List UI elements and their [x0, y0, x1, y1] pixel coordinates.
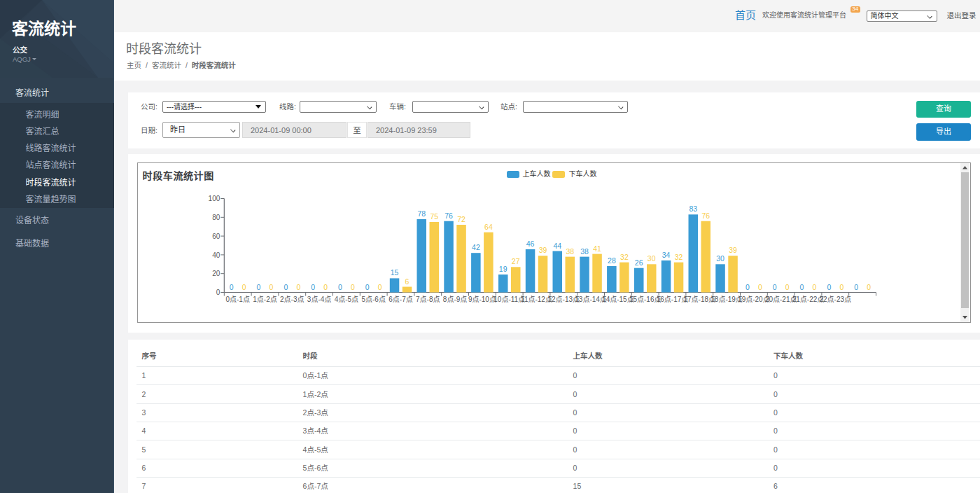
svg-text:64: 64: [484, 223, 493, 231]
svg-text:9点-10点: 9点-10点: [468, 296, 496, 303]
svg-text:6点-7点: 6点-7点: [388, 296, 412, 303]
svg-text:40: 40: [212, 251, 220, 259]
svg-text:0: 0: [351, 283, 355, 291]
svg-text:15: 15: [391, 268, 399, 277]
svg-text:28: 28: [608, 256, 616, 265]
svg-text:5点-6点: 5点-6点: [361, 296, 385, 303]
svg-text:2点-3点: 2点-3点: [280, 296, 304, 303]
svg-text:46: 46: [526, 239, 535, 248]
svg-text:1点-2点: 1点-2点: [253, 296, 276, 303]
svg-text:0: 0: [867, 283, 871, 291]
svg-text:34: 34: [662, 251, 671, 259]
svg-text:0: 0: [785, 283, 790, 291]
svg-text:4点-5点: 4点-5点: [335, 296, 358, 303]
svg-text:0: 0: [338, 283, 342, 291]
svg-text:0: 0: [257, 283, 261, 291]
svg-text:22点-23点: 22点-23点: [820, 296, 852, 303]
svg-text:8点-9点: 8点-9点: [443, 296, 467, 303]
svg-text:83: 83: [689, 204, 697, 213]
svg-text:42: 42: [472, 243, 480, 251]
svg-text:39: 39: [539, 246, 547, 254]
svg-text:0: 0: [242, 283, 246, 291]
svg-text:0: 0: [296, 283, 300, 291]
svg-text:0: 0: [746, 283, 750, 291]
svg-text:3点-4点: 3点-4点: [307, 296, 331, 303]
svg-text:0: 0: [813, 283, 817, 291]
svg-text:32: 32: [620, 253, 629, 261]
svg-text:0: 0: [284, 283, 288, 291]
svg-text:6: 6: [405, 277, 410, 286]
svg-text:76: 76: [701, 211, 710, 220]
svg-text:0: 0: [800, 283, 804, 291]
svg-text:60: 60: [212, 232, 220, 240]
svg-text:19: 19: [499, 265, 507, 273]
svg-text:78: 78: [417, 209, 426, 218]
svg-text:20: 20: [212, 270, 220, 277]
svg-text:0: 0: [773, 283, 777, 291]
svg-text:38: 38: [580, 247, 589, 256]
svg-text:0: 0: [230, 283, 234, 291]
svg-text:0: 0: [270, 283, 274, 291]
svg-text:0: 0: [378, 283, 382, 291]
svg-text:27: 27: [512, 257, 520, 265]
svg-text:0: 0: [854, 283, 858, 291]
svg-text:39: 39: [729, 246, 737, 254]
svg-text:44: 44: [553, 242, 561, 250]
svg-text:26: 26: [635, 258, 643, 267]
svg-text:0: 0: [365, 283, 370, 291]
svg-text:0: 0: [839, 283, 844, 291]
svg-text:100: 100: [209, 195, 220, 202]
svg-text:0点-1点: 0点-1点: [225, 296, 249, 303]
svg-text:32: 32: [675, 253, 683, 261]
svg-text:30: 30: [716, 254, 724, 263]
svg-text:7点-8点: 7点-8点: [416, 296, 440, 303]
svg-text:30: 30: [648, 254, 656, 263]
svg-text:72: 72: [457, 215, 465, 223]
svg-text:0: 0: [758, 283, 762, 291]
svg-text:75: 75: [430, 212, 438, 221]
svg-text:0: 0: [216, 289, 220, 296]
svg-text:41: 41: [593, 244, 601, 253]
svg-text:0: 0: [311, 283, 315, 291]
svg-text:38: 38: [566, 247, 574, 256]
svg-text:0: 0: [827, 283, 831, 291]
svg-text:0: 0: [323, 283, 328, 291]
svg-text:76: 76: [444, 211, 453, 220]
svg-text:80: 80: [212, 214, 220, 221]
